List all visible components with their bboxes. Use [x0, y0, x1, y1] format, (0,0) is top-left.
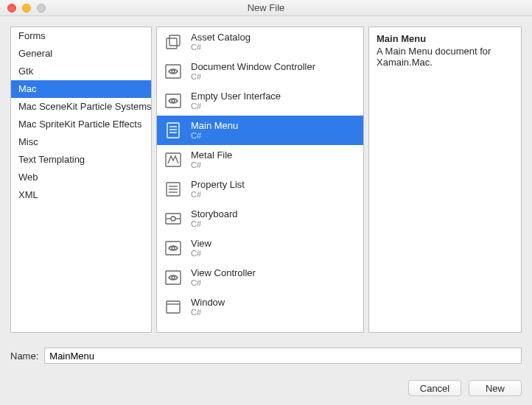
template-lang: C# [191, 190, 245, 199]
template-item[interactable]: StoryboardC# [157, 204, 363, 233]
template-lang: C# [191, 219, 238, 228]
template-lang: C# [191, 249, 211, 258]
template-text: Empty User InterfaceC# [191, 91, 281, 110]
category-item[interactable]: Mac [11, 80, 151, 98]
template-item[interactable]: Property ListC# [157, 175, 363, 204]
template-text: WindowC# [191, 297, 225, 317]
category-pane: FormsGeneralGtkMacMac SceneKit Particle … [10, 27, 152, 333]
template-lang: C# [191, 161, 232, 169]
template-text: Main MenuC# [191, 121, 238, 140]
button-row: Cancel New [10, 380, 522, 396]
category-item[interactable]: Forms [11, 27, 151, 45]
template-item[interactable]: Document Window ControllerC# [157, 57, 363, 86]
category-item[interactable]: Gtk [11, 63, 151, 80]
template-lang: C# [191, 72, 315, 81]
dialog-content: FormsGeneralGtkMacMac SceneKit Particle … [0, 16, 532, 405]
category-item[interactable]: Mac SpriteKit Particle Effects [11, 116, 151, 133]
name-label: Name: [10, 351, 38, 362]
metal-icon [163, 149, 183, 170]
template-name: Asset Catalog [191, 32, 251, 43]
category-item[interactable]: Misc [11, 133, 151, 151]
eye-icon [163, 91, 183, 111]
template-lang: C# [191, 308, 225, 317]
svg-point-5 [172, 99, 175, 102]
template-text: Document Window ControllerC# [191, 62, 315, 81]
eye-icon [163, 61, 183, 82]
template-item[interactable]: ViewC# [157, 233, 363, 263]
name-input[interactable] [44, 348, 522, 364]
template-name: Empty User Interface [191, 91, 281, 102]
category-item[interactable]: General [11, 45, 151, 63]
template-name: View Controller [191, 268, 256, 278]
cancel-button[interactable]: Cancel [408, 380, 461, 396]
template-name: Window [191, 297, 225, 308]
template-text: Asset CatalogC# [191, 32, 251, 52]
template-item[interactable]: Asset CatalogC# [157, 27, 363, 57]
window-title: New File [0, 2, 532, 13]
svg-rect-21 [166, 271, 181, 284]
panes: FormsGeneralGtkMacMac SceneKit Particle … [10, 27, 522, 333]
svg-point-3 [172, 70, 175, 73]
template-item[interactable]: WindowC# [157, 292, 363, 322]
template-item[interactable]: Metal FileC# [157, 145, 363, 175]
template-name: Document Window Controller [191, 62, 315, 72]
detail-description: A Main Menu document for Xamain.Mac. [377, 46, 514, 68]
template-lang: C# [191, 278, 256, 287]
svg-point-22 [172, 276, 175, 279]
titlebar: New File [0, 0, 532, 16]
template-text: Metal FileC# [191, 150, 232, 169]
template-item[interactable]: Main MenuC# [157, 116, 363, 145]
template-text: ViewC# [191, 239, 211, 258]
template-item[interactable]: Empty User InterfaceC# [157, 86, 363, 116]
svg-rect-4 [166, 94, 181, 108]
list-icon [163, 179, 183, 200]
detail-pane: Main Menu A Main Menu document for Xamai… [368, 27, 522, 333]
category-item[interactable]: Mac SceneKit Particle Systems [11, 98, 151, 116]
svg-rect-19 [166, 242, 181, 255]
window-icon [163, 297, 183, 317]
template-name: Main Menu [191, 121, 238, 131]
template-lang: C# [191, 43, 251, 52]
template-text: StoryboardC# [191, 209, 238, 228]
category-item[interactable]: XML [11, 186, 151, 204]
document-icon [163, 120, 183, 141]
category-item[interactable]: Web [11, 169, 151, 186]
template-name: Metal File [191, 150, 232, 161]
template-name: View [191, 239, 211, 249]
svg-rect-6 [167, 123, 179, 138]
detail-title: Main Menu [377, 33, 514, 44]
template-text: Property ListC# [191, 180, 245, 199]
template-text: View ControllerC# [191, 268, 256, 287]
storyboard-icon [163, 208, 183, 229]
svg-rect-23 [167, 301, 180, 313]
template-list: Asset CatalogC#Document Window Controlle… [157, 27, 363, 322]
svg-rect-1 [167, 38, 177, 49]
category-item[interactable]: Text Templating [11, 151, 151, 169]
svg-rect-2 [166, 65, 181, 78]
template-pane: Asset CatalogC#Document Window Controlle… [156, 27, 364, 333]
template-lang: C# [191, 102, 281, 110]
category-list: FormsGeneralGtkMacMac SceneKit Particle … [11, 27, 151, 204]
svg-point-20 [172, 247, 175, 250]
eye-icon [163, 238, 183, 258]
template-lang: C# [191, 131, 238, 140]
new-button[interactable]: New [469, 380, 522, 396]
eye-icon [163, 267, 183, 288]
svg-point-16 [171, 216, 175, 221]
template-item[interactable]: View ControllerC# [157, 263, 363, 292]
svg-rect-0 [169, 35, 180, 46]
template-name: Storyboard [191, 209, 238, 219]
name-row: Name: [10, 348, 522, 364]
template-name: Property List [191, 180, 245, 190]
stack-icon [163, 32, 183, 52]
